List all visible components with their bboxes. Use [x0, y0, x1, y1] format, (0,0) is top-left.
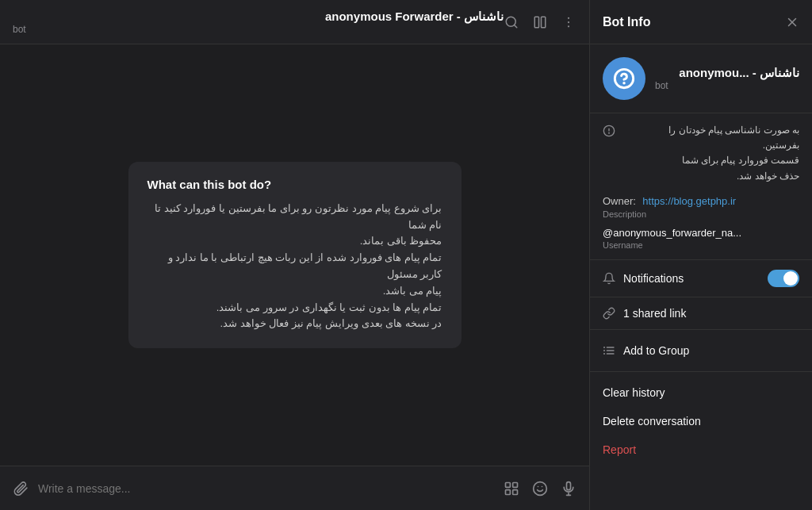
emoji-icon[interactable] [532, 481, 548, 497]
chat-messages: What can this bot do? برای شروع پیام مور… [0, 44, 589, 466]
bot-avatar [603, 57, 645, 100]
input-actions [504, 481, 576, 497]
notifications-label: Notifications [623, 272, 760, 285]
shared-link-row[interactable]: 1 shared link [590, 297, 812, 330]
panel-header: Bot Info [590, 0, 812, 44]
notifications-row: Notifications [590, 260, 812, 297]
bot-card-text: برای شروع پیام مورد نظرتون رو برای ما بف… [147, 201, 442, 332]
svg-rect-8 [513, 482, 518, 487]
chat-input-area [0, 466, 589, 510]
search-icon[interactable] [504, 14, 519, 30]
svg-rect-2 [534, 17, 538, 28]
svg-rect-9 [506, 489, 511, 494]
svg-rect-7 [506, 482, 511, 487]
bot-description-box: به صورت ناشناسی پیام خودتان را بفرستین. … [603, 123, 799, 184]
chat-header-actions [504, 14, 576, 30]
link-icon [603, 307, 615, 320]
report-button[interactable]: Report [590, 435, 812, 464]
svg-point-11 [534, 481, 547, 495]
svg-point-5 [568, 21, 569, 22]
bot-profile-name: ناشناس - ...anonymou [655, 66, 799, 80]
add-to-group-button[interactable]: Add to Group [590, 336, 812, 365]
username-row: @anonymous_forwarder_na... Username [603, 227, 799, 250]
bot-card-title: What can this bot do? [147, 178, 442, 191]
bot-description-text: به صورت ناشناسی پیام خودتان را بفرستین. … [623, 123, 799, 184]
bell-icon [603, 272, 615, 285]
close-button[interactable] [785, 15, 799, 29]
owner-label: Owner: [603, 195, 636, 207]
bot-info-card: What can this bot do? برای شروع پیام مور… [128, 162, 462, 348]
info-icon [603, 125, 615, 137]
chat-header: ناشناس - anonymous Forwarder bot [0, 0, 589, 44]
actions-section: Add to Group [590, 330, 812, 372]
owner-row: Owner: https://blog.getphp.ir Descriptio… [603, 194, 799, 219]
bot-profile-type: bot [655, 80, 799, 91]
commands-icon[interactable] [504, 481, 519, 497]
bot-profile-info: ناشناس - ...anonymou bot [655, 66, 799, 91]
svg-rect-3 [542, 17, 546, 28]
svg-rect-14 [567, 481, 571, 489]
clear-history-button[interactable]: Clear history [590, 378, 812, 407]
bot-profile: ناشناس - ...anonymou bot [590, 44, 812, 113]
shared-link-label: 1 shared link [623, 307, 686, 320]
group-icon [603, 344, 615, 357]
chat-panel: ناشناس - anonymous Forwarder bot [0, 0, 590, 510]
panel-title: Bot Info [603, 15, 650, 29]
delete-conversation-button[interactable]: Delete conversation [590, 407, 812, 435]
username-label: Username [603, 240, 799, 250]
svg-point-4 [568, 17, 569, 18]
chat-title: ناشناس - anonymous Forwarder [13, 10, 504, 24]
message-input[interactable] [38, 482, 494, 495]
owner-value[interactable]: https://blog.getphp.ir [642, 195, 736, 207]
description-label: Description [603, 209, 799, 219]
columns-icon[interactable] [532, 14, 548, 30]
svg-rect-10 [513, 489, 518, 494]
chat-subtitle: bot [13, 24, 504, 35]
chat-header-info: ناشناس - anonymous Forwarder bot [13, 10, 504, 35]
more-options-icon[interactable] [561, 14, 576, 30]
bot-description-section: به صورت ناشناسی پیام خودتان را بفرستین. … [590, 113, 812, 260]
notifications-toggle[interactable] [768, 270, 799, 287]
svg-point-6 [568, 25, 569, 27]
mic-icon[interactable] [561, 481, 576, 497]
bot-info-panel: Bot Info ناشناس - ...anonymou bot [590, 0, 812, 510]
username-value: @anonymous_forwarder_na... [603, 227, 799, 239]
svg-line-1 [514, 25, 516, 27]
attach-icon[interactable] [13, 481, 29, 497]
danger-actions: Clear history Delete conversation Report [590, 372, 812, 470]
add-to-group-label: Add to Group [623, 344, 689, 357]
